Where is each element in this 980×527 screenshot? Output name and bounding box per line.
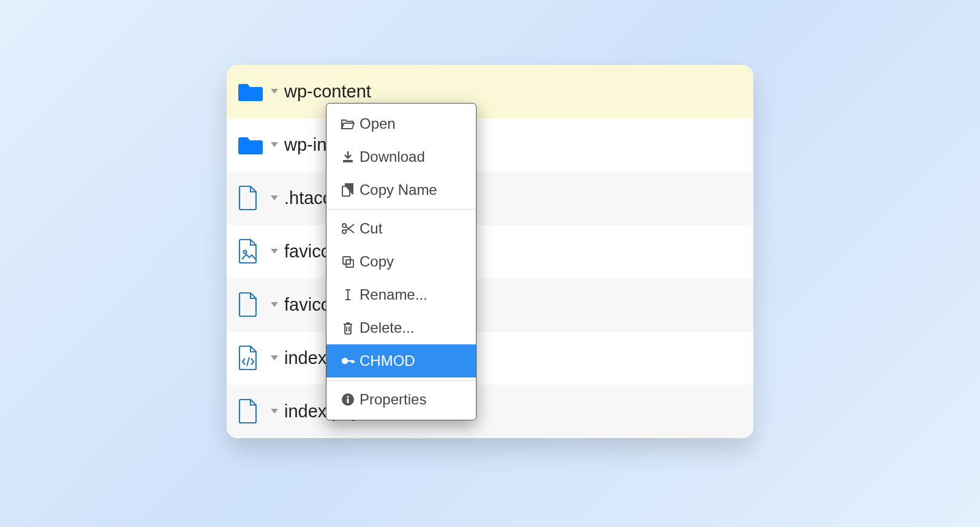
text-cursor-icon [336, 288, 360, 301]
menu-item-properties[interactable]: Properties [326, 383, 476, 416]
folder-icon [238, 134, 271, 156]
file-row-wp-content[interactable]: wp-content [227, 65, 753, 118]
scissors-icon [336, 222, 360, 235]
caret-down-icon[interactable] [271, 355, 278, 360]
menu-item-rename[interactable]: Rename... [326, 278, 476, 311]
svg-point-9 [347, 396, 349, 398]
menu-label: Download [360, 148, 425, 165]
file-row-index-php[interactable]: index.php [227, 332, 753, 385]
copy-icon [336, 255, 360, 268]
copy-name-icon [336, 183, 360, 197]
context-menu: Open Download Copy Name Cut Copy Rename.… [326, 103, 477, 420]
file-list-panel: wp-content wp-includes .htaccess favicon… [227, 65, 753, 438]
svg-point-7 [342, 358, 347, 363]
download-icon [336, 150, 360, 164]
menu-item-download[interactable]: Download [326, 140, 476, 173]
caret-down-icon[interactable] [271, 142, 278, 147]
menu-separator [326, 380, 476, 381]
file-icon [238, 185, 271, 211]
menu-label: Open [360, 115, 396, 132]
menu-item-cut[interactable]: Cut [326, 212, 476, 245]
caret-down-icon[interactable] [271, 409, 278, 414]
menu-label: Delete... [360, 319, 414, 336]
file-row-index-php-backup[interactable]: index.php.1290007879 [227, 385, 753, 438]
menu-separator [326, 209, 476, 210]
file-name: wp-content [284, 82, 371, 102]
info-icon [336, 393, 360, 406]
menu-label: Copy [360, 253, 394, 270]
file-row-wp-includes[interactable]: wp-includes [227, 118, 753, 172]
svg-rect-10 [347, 398, 349, 403]
menu-label: CHMOD [360, 352, 415, 370]
menu-item-copy-name[interactable]: Copy Name [326, 173, 476, 207]
caret-down-icon[interactable] [271, 249, 278, 254]
trash-icon [336, 321, 360, 335]
file-row-favicon-image[interactable]: favicon. [227, 225, 753, 278]
open-folder-icon [336, 118, 360, 130]
caret-down-icon[interactable] [271, 89, 278, 94]
menu-item-open[interactable]: Open [326, 107, 476, 140]
folder-icon [238, 80, 271, 102]
svg-point-0 [244, 251, 247, 254]
menu-item-chmod[interactable]: CHMOD [326, 344, 476, 377]
caret-down-icon[interactable] [271, 195, 278, 200]
file-icon [238, 398, 271, 424]
code-file-icon [238, 345, 271, 371]
file-row-favicon[interactable]: favicon. [227, 278, 753, 332]
caret-down-icon[interactable] [271, 302, 278, 307]
svg-rect-1 [343, 160, 353, 162]
menu-item-copy[interactable]: Copy [326, 245, 476, 278]
menu-label: Rename... [360, 286, 428, 303]
file-icon [238, 292, 271, 317]
menu-item-delete[interactable]: Delete... [326, 311, 476, 344]
file-row-htaccess[interactable]: .htaccess [227, 172, 753, 225]
menu-label: Properties [360, 391, 426, 408]
image-file-icon [238, 238, 271, 264]
menu-label: Cut [360, 220, 382, 237]
menu-label: Copy Name [360, 181, 437, 199]
key-icon [336, 354, 360, 368]
